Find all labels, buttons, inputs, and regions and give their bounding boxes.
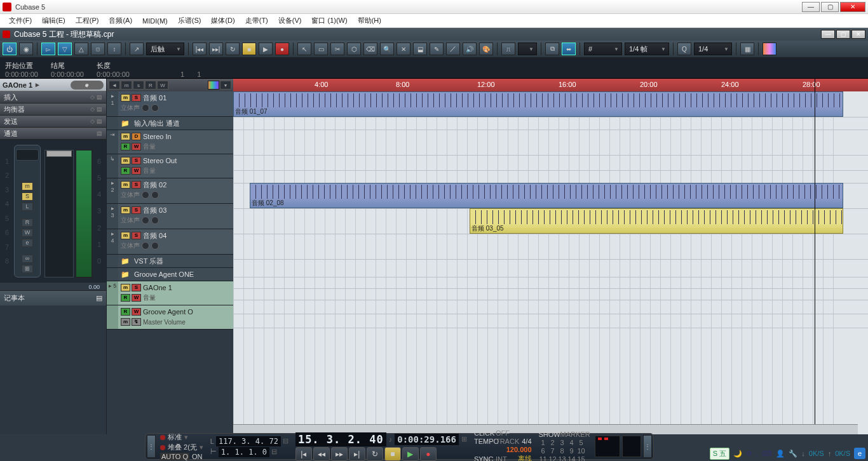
edit-button[interactable]: e	[22, 239, 33, 247]
grid-button[interactable]: ⊞	[22, 265, 33, 273]
mute-tool[interactable]: ✕	[397, 43, 410, 55]
go-to-start[interactable]: |◂◂	[193, 43, 207, 55]
state-button-4[interactable]: ⎅	[91, 43, 105, 55]
track-row[interactable]: ▸1mS音频 01立体声	[107, 91, 233, 117]
global-write[interactable]: W	[157, 81, 168, 90]
global-mute[interactable]: m	[121, 81, 132, 90]
mute-button[interactable]: m	[22, 182, 33, 190]
sync-mode[interactable]: INT.	[496, 455, 508, 462]
end-value[interactable]: 0:00:00:00	[51, 70, 84, 78]
track-row[interactable]: ▸2mS音频 02立体声	[107, 178, 233, 204]
inspector-toggle[interactable]: ◉	[19, 43, 33, 55]
project-titlebar[interactable]: Cubase 5 工程 - 理想草稿.cpr — ▢ ✕	[0, 28, 868, 41]
inspector-tab-inserts[interactable]: 插入◇ ▤	[0, 91, 106, 104]
menu-devices[interactable]: 设备(V)	[273, 14, 307, 27]
color-menu[interactable]: ▦	[740, 43, 754, 55]
collapse-icon[interactable]: ◄	[109, 81, 120, 90]
state-button-5[interactable]: ↕	[107, 43, 121, 55]
overlap-mode[interactable]: 堆叠 2(无	[168, 443, 197, 452]
notepad-body[interactable]	[0, 305, 106, 434]
transport-left-handle[interactable]: ⋮	[147, 435, 156, 458]
global-solo[interactable]: s	[133, 81, 144, 90]
menu-transport[interactable]: 走带(T)	[240, 14, 273, 27]
bpm-value[interactable]: 120.000	[506, 446, 532, 453]
cycle-button[interactable]: ↻	[226, 43, 240, 55]
play-button[interactable]: ▶	[259, 43, 273, 55]
moon-icon[interactable]: 🌙	[733, 450, 742, 458]
read-button[interactable]: R	[22, 218, 33, 227]
track-row[interactable]: ▸4mS音频 04立体声	[107, 229, 233, 255]
tracklist-menu[interactable]: ▾	[220, 81, 231, 90]
glue-tool[interactable]: ⬡	[347, 43, 361, 55]
write-button[interactable]: W	[22, 229, 33, 237]
timeline-ruler[interactable]: 4:008:0012:0016:0020:0024:0028:00	[233, 79, 868, 91]
start-value[interactable]: 0:00:00:00	[5, 70, 38, 78]
inspector-tab-eq[interactable]: 均衡器◇ ▤	[0, 104, 106, 116]
close-button[interactable]: ✕	[840, 2, 865, 12]
menu-file[interactable]: 文件(F)	[4, 14, 37, 27]
user-icon[interactable]: 👤	[776, 450, 785, 458]
snap-type[interactable]: #	[584, 43, 622, 55]
menu-audio[interactable]: 音频(A)	[104, 14, 137, 27]
minimize-button[interactable]: —	[802, 2, 820, 12]
timewarp-tool[interactable]: ⬓	[413, 43, 427, 55]
arrange-area[interactable]: 4:008:0012:0016:0020:0024:0028:00 音频 01_…	[233, 79, 868, 434]
erase-tool[interactable]: ⌫	[363, 43, 377, 55]
state-button-3[interactable]: △	[74, 43, 88, 55]
fader-value[interactable]: 0.00	[0, 284, 106, 290]
primary-time[interactable]: 15. 3. 2. 40	[295, 432, 386, 446]
audio-event[interactable]: 音频 02_08	[250, 183, 843, 208]
track-row[interactable]: 📁Groove Agent ONE	[107, 268, 233, 281]
proj-minimize[interactable]: —	[821, 30, 835, 39]
menu-score[interactable]: 乐谱(S)	[173, 14, 207, 27]
menu-edit[interactable]: 编辑(E)	[37, 14, 71, 27]
maximize-button[interactable]: ▢	[821, 2, 839, 12]
menu-project[interactable]: 工程(P)	[71, 14, 104, 27]
tp-rewind[interactable]: ◂◂	[313, 447, 330, 461]
tp-forward[interactable]: ▸▸	[331, 447, 348, 461]
volume-fader[interactable]	[44, 150, 74, 277]
rec-mode[interactable]: 标准	[168, 432, 182, 442]
track-row[interactable]: ↳mSStereo OutRW音量	[107, 154, 233, 178]
menu-midi[interactable]: MIDI(M)	[137, 15, 173, 27]
track-row[interactable]: ▸3mS音频 03立体声	[107, 204, 233, 229]
quantize-button[interactable]: Q	[677, 43, 691, 55]
play-tool[interactable]: 🔊	[463, 43, 477, 55]
automation-mode-button[interactable]: ↗	[130, 43, 144, 55]
transport-panel[interactable]: ⋮ 标准▾ 堆叠 2(无▾ AUTO QON L117. 3. 4. 72⊟ ⊢…	[145, 433, 654, 460]
playback-cursor[interactable]	[815, 79, 815, 434]
split-tool[interactable]: ✂	[330, 43, 344, 55]
value-a[interactable]: 1	[180, 70, 184, 78]
click-state[interactable]: OFF	[496, 429, 510, 437]
tp-go-start[interactable]: |◂	[295, 447, 312, 461]
audio-event[interactable]: 音频 03_05	[470, 208, 843, 234]
tempo-display[interactable]: 117. 3. 4. 72	[216, 436, 281, 446]
inspector-header[interactable]: GAOne 1 ▸ e	[0, 79, 106, 91]
track-row[interactable]: RWGroove Agent Om↯Master Volume	[107, 305, 233, 330]
bars-display[interactable]: 1. 1. 1. 0	[219, 447, 269, 457]
snap-toggle[interactable]: ⧉	[545, 43, 559, 55]
activate-project-button[interactable]: ⏻	[3, 43, 17, 55]
track-row[interactable]: 📁VST 乐器	[107, 255, 233, 268]
tp-record[interactable]: ●	[420, 447, 437, 461]
draw-tool[interactable]: ✎	[430, 43, 444, 55]
automation-mode-select[interactable]: 后触	[146, 43, 184, 55]
snap-on[interactable]: ⬌	[562, 43, 576, 55]
os-titlebar[interactable]: Cubase 5 — ▢ ✕	[0, 0, 868, 14]
menu-window[interactable]: 窗口 (1)(W)	[306, 14, 352, 27]
menu-help[interactable]: 帮助(H)	[353, 14, 386, 27]
notepad-header[interactable]: 记事本▤	[0, 290, 106, 305]
marker-numbers[interactable]: 123456789101112131415	[539, 439, 590, 462]
value-b[interactable]: 1	[197, 70, 201, 78]
browser-icon[interactable]: e	[854, 448, 865, 459]
range-tool[interactable]: ▭	[314, 43, 328, 55]
edit-channel-icon[interactable]: e	[71, 81, 104, 90]
proj-close[interactable]: ✕	[851, 30, 865, 39]
tp-cycle[interactable]: ↻	[367, 447, 383, 461]
global-read[interactable]: R	[145, 81, 156, 90]
time-sig[interactable]: 4/4	[522, 438, 531, 445]
arrow-tool[interactable]: ↖	[297, 43, 311, 55]
grid-type[interactable]: 1/4 帧	[625, 43, 669, 55]
tp-play[interactable]: ▶	[402, 447, 419, 461]
zoom-tool[interactable]: 🔍	[380, 43, 394, 55]
